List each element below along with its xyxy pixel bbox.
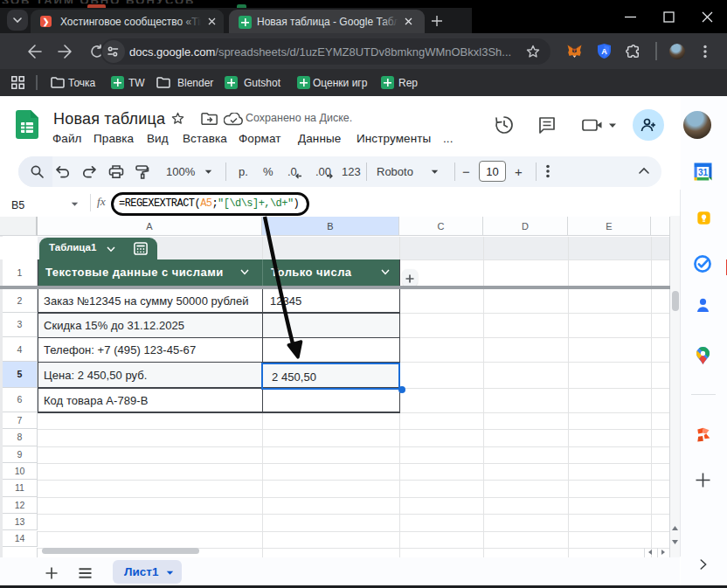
- svg-text:A: A: [601, 47, 607, 56]
- svg-text:31: 31: [698, 168, 709, 177]
